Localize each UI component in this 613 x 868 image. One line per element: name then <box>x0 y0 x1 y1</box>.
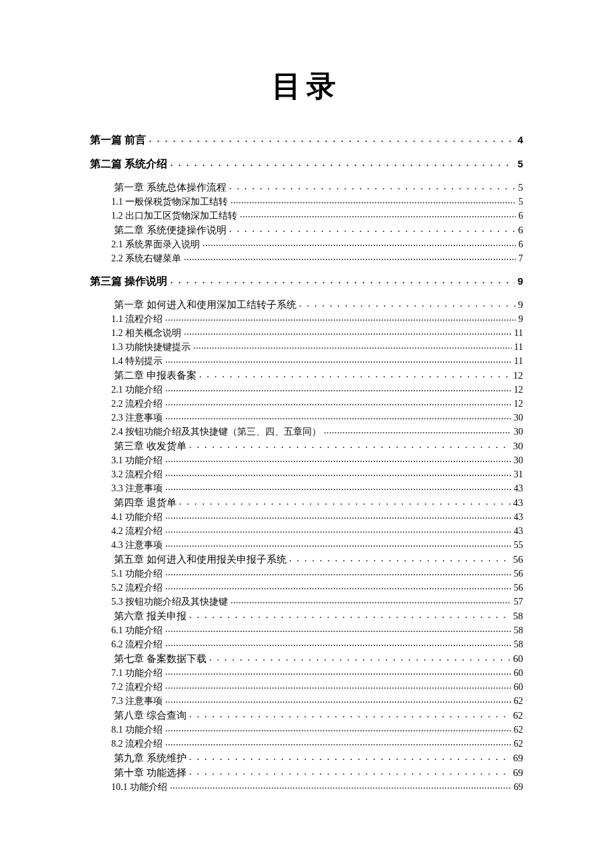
toc-leader-dots <box>165 567 511 577</box>
toc-entry-page: 5 <box>516 182 524 193</box>
toc-leader-dots <box>165 681 511 690</box>
toc-entry[interactable]: 7.1 功能介绍60 <box>90 667 523 679</box>
toc-entry[interactable]: 第九章 系统维护69 <box>90 751 523 765</box>
toc-leader-dots <box>240 209 516 219</box>
toc-entry[interactable]: 1.1 流程介绍9 <box>90 313 523 325</box>
toc-leader-dots <box>193 341 512 350</box>
toc-entry[interactable]: 3.3 注意事项43 <box>90 482 523 495</box>
toc-entry-label: 第二章 系统便捷操作说明 <box>114 224 229 237</box>
toc-entry[interactable]: 1.2 出口加工区货物深加工结转6 <box>90 209 523 222</box>
toc-entry-label: 6.1 功能介绍 <box>111 625 165 637</box>
toc-entry-label: 10.1 功能介绍 <box>111 781 170 793</box>
toc-entry[interactable]: 1.2 相关概念说明11 <box>90 327 523 339</box>
toc-entry-label: 第三篇 操作说明 <box>90 275 170 289</box>
toc-entry[interactable]: 第二章 系统便捷操作说明6 <box>90 223 523 237</box>
toc-entry[interactable]: 5.2 流程介绍56 <box>90 581 523 594</box>
toc-entry[interactable]: 5.1 功能介绍56 <box>90 567 523 580</box>
toc-entry[interactable]: 2.2 系统右键菜单7 <box>90 252 523 265</box>
toc-entry[interactable]: 2.2 流程介绍12 <box>90 397 523 410</box>
toc-entry[interactable]: 第一章 系统总体操作流程5 <box>90 181 523 194</box>
toc-title: 目录 <box>90 67 523 106</box>
toc-leader-dots <box>165 482 511 491</box>
toc-leader-dots <box>170 274 514 285</box>
toc-entry-page: 7 <box>516 253 523 264</box>
toc-entry-label: 7.2 流程介绍 <box>111 681 165 693</box>
toc-entry[interactable]: 第十章 功能选择69 <box>90 766 523 779</box>
toc-leader-dots <box>231 195 516 205</box>
toc-leader-dots <box>189 709 510 719</box>
toc-entry-page: 62 <box>511 739 523 749</box>
toc-leader-dots <box>209 652 510 662</box>
toc-entry[interactable]: 8.2 流程介绍62 <box>90 737 523 750</box>
toc-entry-page: 30 <box>510 441 523 452</box>
toc-entry[interactable]: 4.3 注意事项55 <box>90 539 523 551</box>
toc-entry-page: 9 <box>516 314 523 325</box>
toc-entry[interactable]: 第二章 申报表备案12 <box>90 369 523 382</box>
toc-entry-label: 7.1 功能介绍 <box>111 667 165 679</box>
toc-leader-dots <box>165 411 511 421</box>
toc-leader-dots <box>165 638 511 647</box>
toc-entry[interactable]: 3.2 流程介绍31 <box>90 468 523 481</box>
toc-entry[interactable]: 7.2 流程介绍60 <box>90 681 523 693</box>
toc-entry-label: 第十章 功能选择 <box>114 767 189 779</box>
toc-entry-label: 1.1 一般保税货物深加工结转 <box>111 196 231 208</box>
toc-entry[interactable]: 第一章 如何进入和使用深加工结转子系统9 <box>90 298 523 311</box>
toc-entry[interactable]: 1.1 一般保税货物深加工结转5 <box>90 195 523 208</box>
toc-entry-label: 第六章 报关申报 <box>114 610 189 623</box>
toc-leader-dots <box>189 751 510 761</box>
toc-entry[interactable]: 第三章 收发货单30 <box>90 439 523 453</box>
toc-entry-label: 第一章 系统总体操作流程 <box>114 181 229 194</box>
toc-entry[interactable]: 第五章 如何进入和使用报关申报子系统56 <box>90 553 523 566</box>
toc-entry-label: 8.2 流程介绍 <box>111 738 165 750</box>
toc-entry[interactable]: 第六章 报关申报58 <box>90 609 523 623</box>
toc-leader-dots <box>184 252 516 261</box>
toc-leader-dots <box>165 525 511 534</box>
toc-entry-page: 58 <box>511 639 523 650</box>
toc-entry[interactable]: 7.3 注意事项62 <box>90 695 523 707</box>
toc-entry[interactable]: 2.4 按钮功能介绍及其快捷键（第三、四、五章同）30 <box>90 425 523 438</box>
toc-entry[interactable]: 2.1 系统界面录入说明6 <box>90 238 523 251</box>
toc-entry[interactable]: 1.3 功能快捷键提示11 <box>90 341 523 353</box>
toc-entry[interactable]: 5.3 按钮功能介绍及其快捷键57 <box>90 595 523 608</box>
toc-entry[interactable]: 3.1 功能介绍30 <box>90 454 523 467</box>
toc-entry-label: 第五章 如何进入和使用报关申报子系统 <box>114 553 289 566</box>
toc-entry-page: 56 <box>510 554 523 565</box>
toc-leader-dots <box>189 609 510 619</box>
toc-entry[interactable]: 第三篇 操作说明9 <box>90 274 523 289</box>
toc-leader-dots <box>189 439 510 449</box>
toc-entry-label: 3.1 功能介绍 <box>111 455 165 467</box>
toc-entry-page: 55 <box>511 540 523 551</box>
toc-entry[interactable]: 第八章 综合查询62 <box>90 709 523 722</box>
toc-entry-page: 69 <box>511 782 523 793</box>
toc-entry[interactable]: 第七章 备案数据下载60 <box>90 652 523 665</box>
toc-entry-page: 56 <box>511 569 523 579</box>
toc-entry[interactable]: 6.1 功能介绍58 <box>90 624 523 637</box>
toc-leader-dots <box>299 298 516 308</box>
toc-entry[interactable]: 8.1 功能介绍62 <box>90 723 523 736</box>
toc-entry-label: 第一篇 前言 <box>90 133 149 147</box>
toc-entry[interactable]: 10.1 功能介绍69 <box>90 781 523 793</box>
toc-entry-page: 43 <box>511 512 523 523</box>
toc-entry[interactable]: 第二篇 系统介绍5 <box>90 157 523 171</box>
toc-entry[interactable]: 第四章 退货单43 <box>90 496 523 509</box>
toc-entry-label: 2.1 系统界面录入说明 <box>111 239 203 251</box>
toc-entry[interactable]: 6.2 流程介绍58 <box>90 638 523 651</box>
toc-leader-dots <box>289 553 510 563</box>
toc-entry-page: 62 <box>511 696 523 707</box>
toc-entry-label: 1.2 出口加工区货物深加工结转 <box>111 210 240 222</box>
toc-leader-dots <box>165 313 516 322</box>
toc-entry-page: 6 <box>516 225 524 236</box>
toc-entry-page: 4 <box>515 134 523 145</box>
toc-entry[interactable]: 2.1 功能介绍12 <box>90 383 523 396</box>
toc-entry[interactable]: 4.2 流程介绍43 <box>90 525 523 537</box>
toc-entry-label: 6.2 流程介绍 <box>111 639 165 651</box>
toc-entry-label: 3.3 注意事项 <box>111 483 165 495</box>
toc-entry[interactable]: 2.3 注意事项30 <box>90 411 523 424</box>
toc-entry-page: 5 <box>516 197 523 207</box>
toc-leader-dots <box>189 766 510 776</box>
toc-entry[interactable]: 第一篇 前言4 <box>90 133 523 147</box>
toc-leader-dots <box>231 595 511 605</box>
toc-entry[interactable]: 4.1 功能介绍43 <box>90 511 523 523</box>
toc-entry[interactable]: 1.4 特别提示11 <box>90 355 523 367</box>
toc-entry-label: 第八章 综合查询 <box>114 709 189 722</box>
